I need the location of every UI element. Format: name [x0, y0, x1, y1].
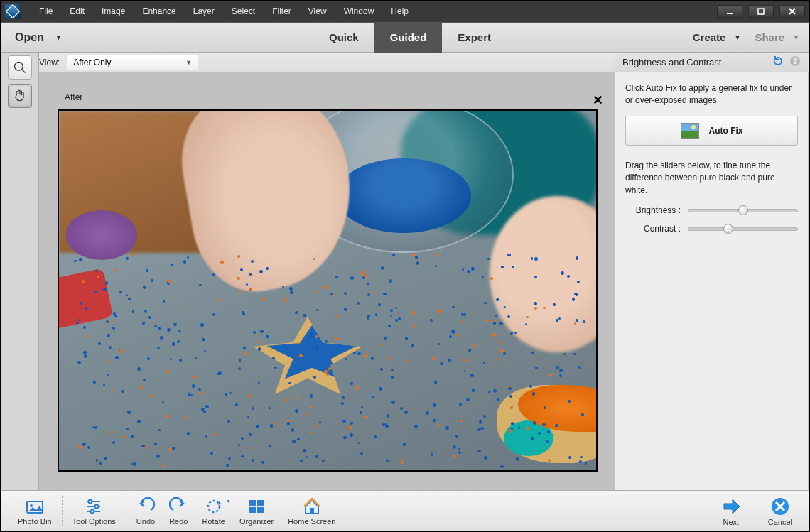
view-select-value: After Only [73, 58, 111, 67]
svg-point-13 [89, 499, 92, 503]
contrast-label: Contrast : [625, 224, 681, 234]
menu-enhance[interactable]: Enhance [134, 4, 184, 19]
tool-options-button[interactable]: Tool Options [65, 497, 123, 526]
panel-header: Brightness and Contrast ? [615, 53, 808, 72]
brightness-slider[interactable] [688, 205, 798, 215]
hint-sliders: Drag the sliders below, to fine tune the… [625, 160, 798, 197]
panel-title: Brightness and Contrast [622, 57, 721, 67]
rotate-button[interactable]: Rotate ▼ [195, 497, 232, 526]
canvas-wrap: After ✕ [43, 78, 610, 483]
rotate-label: Rotate [202, 517, 225, 526]
home-label: Home Screen [288, 517, 335, 526]
slider-track [688, 227, 798, 231]
view-label: View: [39, 58, 60, 67]
organizer-label: Organizer [239, 517, 274, 526]
redo-label: Redo [169, 517, 188, 526]
autofix-button[interactable]: Auto Fix [625, 116, 798, 146]
chevron-down-icon: ▼ [793, 34, 799, 41]
window-controls [717, 5, 805, 18]
svg-text:?: ? [793, 57, 798, 65]
menu-help[interactable]: Help [382, 4, 417, 19]
minimize-button[interactable] [717, 5, 742, 18]
open-button[interactable]: Open ▼ [1, 23, 75, 52]
hint-autofix: Click Auto Fix to apply a general fix to… [625, 82, 798, 107]
titlebar: File Edit Image Enhance Layer Select Fil… [1, 1, 809, 22]
menubar: File Edit Image Enhance Layer Select Fil… [31, 4, 417, 19]
canvas[interactable] [58, 109, 598, 472]
cancel-button[interactable]: Cancel [761, 496, 799, 526]
svg-line-7 [22, 70, 26, 73]
share-button[interactable]: Share ▼ [755, 31, 799, 43]
photo-content [59, 111, 596, 470]
close-icon[interactable]: ✕ [593, 92, 603, 108]
view-select[interactable]: After Only ▼ [67, 55, 198, 70]
share-label: Share [755, 31, 784, 43]
autofix-label: Auto Fix [709, 126, 743, 136]
zoom-tool[interactable] [8, 55, 32, 80]
menu-layer[interactable]: Layer [185, 4, 223, 19]
tab-expert[interactable]: Expert [442, 22, 507, 53]
cancel-label: Cancel [768, 518, 792, 526]
contrast-slider[interactable] [688, 224, 798, 234]
workarea: After ✕ Click Auto Fix to apply a genera… [1, 72, 809, 490]
tab-guided[interactable]: Guided [374, 22, 443, 53]
next-button[interactable]: Next [714, 496, 748, 526]
svg-rect-21 [310, 508, 314, 514]
tool-options-label: Tool Options [72, 517, 116, 526]
close-button[interactable] [779, 5, 805, 18]
undo-button[interactable]: Undo [129, 497, 162, 526]
create-button[interactable]: Create ▼ [693, 31, 741, 43]
menu-edit[interactable]: Edit [61, 4, 93, 19]
reset-icon[interactable] [772, 55, 784, 69]
svg-rect-18 [257, 500, 264, 506]
autofix-icon [681, 123, 699, 139]
next-label: Next [723, 518, 739, 526]
menu-window[interactable]: Window [335, 4, 383, 19]
modebar: Open ▼ Quick Guided Expert Create ▼ Shar… [1, 22, 809, 53]
svg-rect-17 [249, 500, 256, 506]
bottombar: Photo Bin Tool Options Undo Redo Rotate … [1, 490, 809, 531]
app-icon [5, 4, 21, 19]
menu-file[interactable]: File [31, 4, 61, 19]
right-panel: Click Auto Fix to apply a general fix to… [615, 72, 808, 490]
slider-thumb[interactable] [723, 224, 733, 234]
home-button[interactable]: Home Screen [281, 497, 342, 526]
photo-bin-button[interactable]: Photo Bin [11, 497, 59, 526]
svg-point-15 [91, 509, 94, 513]
svg-rect-20 [257, 507, 264, 513]
menu-image[interactable]: Image [93, 4, 134, 19]
chevron-down-icon: ▼ [226, 499, 231, 504]
svg-point-16 [208, 501, 220, 512]
organizer-button[interactable]: Organizer [232, 497, 281, 526]
help-icon[interactable]: ? [789, 55, 801, 69]
svg-rect-1 [758, 9, 764, 14]
menu-filter[interactable]: Filter [264, 4, 300, 19]
undo-label: Undo [136, 517, 155, 526]
svg-point-9 [30, 504, 33, 507]
svg-point-6 [15, 63, 23, 71]
open-label: Open [15, 31, 44, 44]
maximize-button[interactable] [748, 5, 774, 18]
redo-button[interactable]: Redo [162, 497, 195, 526]
chevron-down-icon: ▼ [55, 34, 62, 41]
photo-bin-label: Photo Bin [18, 517, 52, 526]
tab-quick[interactable]: Quick [313, 22, 374, 53]
menu-view[interactable]: View [300, 4, 335, 19]
brightness-label: Brightness : [625, 205, 681, 215]
hand-tool[interactable] [8, 84, 32, 108]
create-label: Create [693, 31, 726, 43]
menu-select[interactable]: Select [223, 4, 264, 19]
svg-point-14 [95, 504, 99, 508]
chevron-down-icon: ▼ [185, 59, 192, 66]
slider-thumb[interactable] [738, 205, 748, 215]
svg-rect-19 [249, 507, 256, 513]
chevron-down-icon: ▼ [734, 34, 740, 41]
canvas-label: After [65, 92, 82, 102]
